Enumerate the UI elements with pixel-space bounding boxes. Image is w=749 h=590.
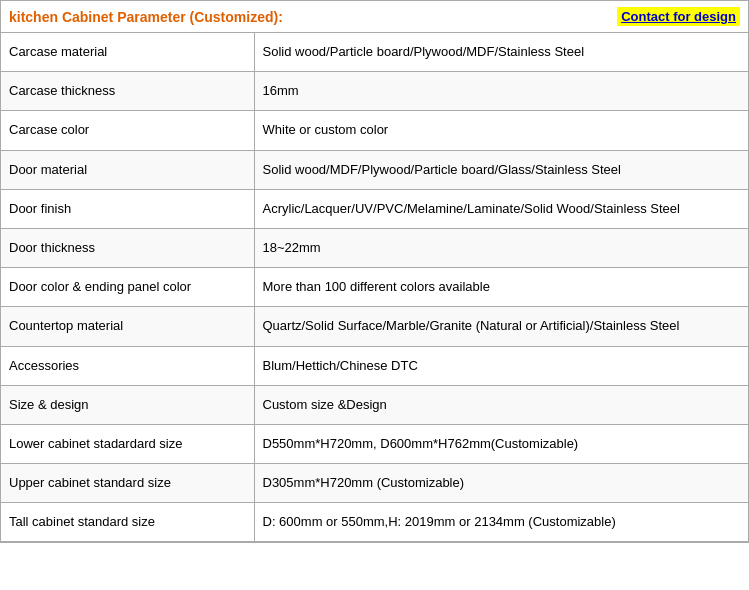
row-label: Door finish: [1, 189, 254, 228]
row-label: Door thickness: [1, 228, 254, 267]
row-value: D305mm*H720mm (Customizable): [254, 464, 748, 503]
row-value: 18~22mm: [254, 228, 748, 267]
row-value: White or custom color: [254, 111, 748, 150]
row-value: D550mm*H720mm, D600mm*H762mm(Customizabl…: [254, 424, 748, 463]
page-title: kitchen Cabinet Parameter (Customized):: [9, 9, 283, 25]
table-row: Door finishAcrylic/Lacquer/UV/PVC/Melami…: [1, 189, 748, 228]
row-label: Carcase material: [1, 33, 254, 72]
parameters-table: Carcase materialSolid wood/Particle boar…: [1, 33, 748, 542]
row-label: Carcase thickness: [1, 72, 254, 111]
row-label: Upper cabinet standard size: [1, 464, 254, 503]
row-value: More than 100 different colors available: [254, 268, 748, 307]
row-label: Lower cabinet stadardard size: [1, 424, 254, 463]
contact-link[interactable]: Contact for design: [617, 7, 740, 26]
row-value: Quartz/Solid Surface/Marble/Granite (Nat…: [254, 307, 748, 346]
table-row: Tall cabinet standard sizeD: 600mm or 55…: [1, 503, 748, 542]
row-label: Countertop material: [1, 307, 254, 346]
table-row: Size & designCustom size &Design: [1, 385, 748, 424]
table-row: Carcase colorWhite or custom color: [1, 111, 748, 150]
table-row: Carcase materialSolid wood/Particle boar…: [1, 33, 748, 72]
row-label: Carcase color: [1, 111, 254, 150]
row-value: Solid wood/Particle board/Plywood/MDF/St…: [254, 33, 748, 72]
row-label: Door material: [1, 150, 254, 189]
row-value: 16mm: [254, 72, 748, 111]
row-label: Accessories: [1, 346, 254, 385]
table-row: Lower cabinet stadardard sizeD550mm*H720…: [1, 424, 748, 463]
table-row: Carcase thickness16mm: [1, 72, 748, 111]
row-value: Acrylic/Lacquer/UV/PVC/Melamine/Laminate…: [254, 189, 748, 228]
header: kitchen Cabinet Parameter (Customized): …: [1, 1, 748, 33]
table-row: Countertop materialQuartz/Solid Surface/…: [1, 307, 748, 346]
row-label: Door color & ending panel color: [1, 268, 254, 307]
table-row: Door color & ending panel colorMore than…: [1, 268, 748, 307]
table-row: Upper cabinet standard sizeD305mm*H720mm…: [1, 464, 748, 503]
table-row: Door thickness18~22mm: [1, 228, 748, 267]
row-label: Size & design: [1, 385, 254, 424]
row-value: Solid wood/MDF/Plywood/Particle board/Gl…: [254, 150, 748, 189]
row-value: Blum/Hettich/Chinese DTC: [254, 346, 748, 385]
table-row: Door materialSolid wood/MDF/Plywood/Part…: [1, 150, 748, 189]
row-label: Tall cabinet standard size: [1, 503, 254, 542]
row-value: D: 600mm or 550mm,H: 2019mm or 2134mm (C…: [254, 503, 748, 542]
page-wrapper: kitchen Cabinet Parameter (Customized): …: [0, 0, 749, 543]
table-row: AccessoriesBlum/Hettich/Chinese DTC: [1, 346, 748, 385]
row-value: Custom size &Design: [254, 385, 748, 424]
